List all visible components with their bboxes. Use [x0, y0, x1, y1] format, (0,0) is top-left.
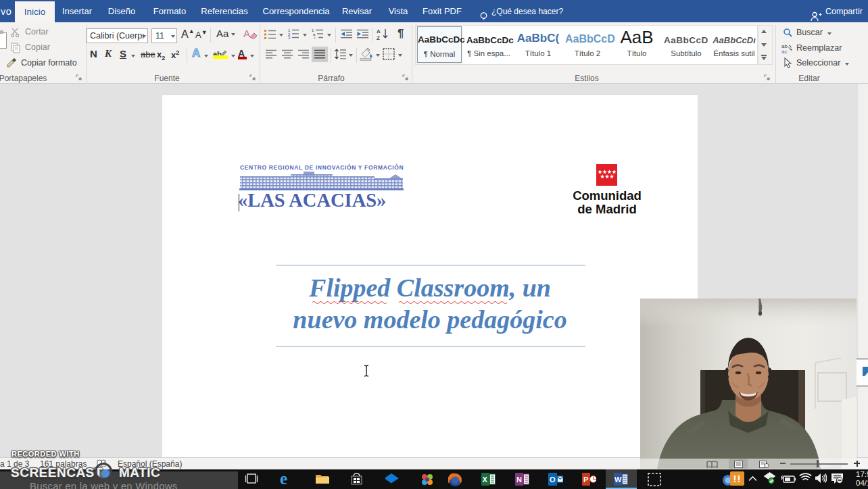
svg-text:P: P — [583, 475, 588, 484]
svg-text:3: 3 — [288, 36, 291, 40]
svg-text:N: N — [516, 475, 522, 484]
svg-text:X: X — [483, 475, 488, 484]
svg-text:Z: Z — [377, 35, 380, 41]
svg-text:W: W — [614, 475, 622, 484]
svg-text:A: A — [377, 28, 381, 34]
svg-text:i: i — [314, 36, 315, 40]
svg-text:O: O — [550, 475, 556, 484]
svg-text:ac: ac — [781, 49, 787, 53]
